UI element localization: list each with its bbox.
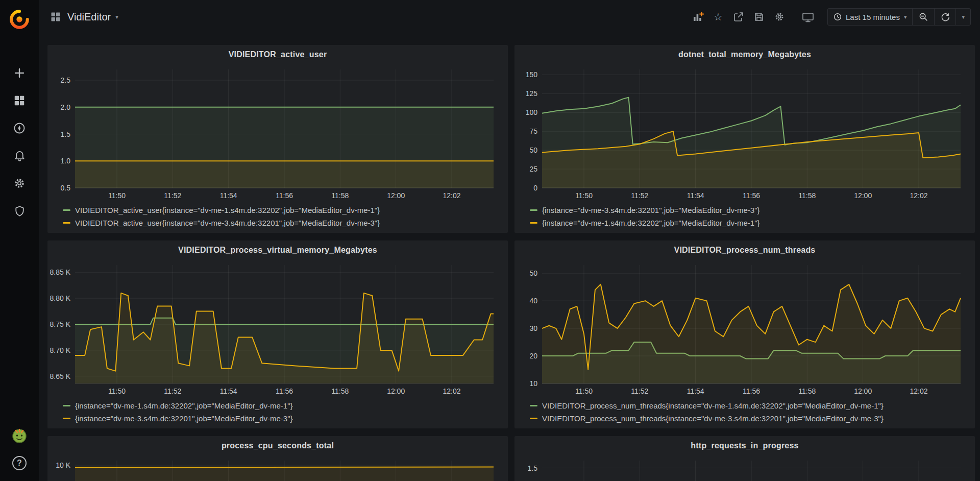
sidebar-item-dashboards[interactable]: [0, 87, 39, 114]
svg-text:11:52: 11:52: [164, 387, 181, 395]
dashboard-title-dropdown[interactable]: VidiEditor ▾: [67, 11, 118, 23]
svg-text:12:00: 12:00: [387, 191, 405, 200]
svg-text:125: 125: [526, 89, 538, 98]
svg-text:12:02: 12:02: [443, 191, 460, 200]
navbar-right: ☆: [689, 8, 971, 26]
dashboard-grid-icon: [51, 12, 60, 21]
time-series-chart[interactable]: 11:5011:5211:5411:5611:5812:0012:028.65 …: [47, 260, 508, 398]
top-navbar: VidiEditor ▾ ☆: [39, 0, 980, 34]
legend-item[interactable]: VIDIEDITOR_process_num_threads{instance=…: [530, 412, 975, 425]
sidebar-item-explore[interactable]: [0, 114, 39, 142]
star-dashboard-button[interactable]: ☆: [709, 8, 727, 26]
svg-text:50: 50: [529, 146, 537, 154]
avatar-icon: [11, 427, 28, 444]
save-dashboard-button[interactable]: [750, 8, 768, 26]
chevron-down-icon: ▾: [962, 14, 965, 20]
svg-text:11:58: 11:58: [331, 387, 349, 395]
sidebar-item-server-admin[interactable]: [0, 197, 39, 225]
refresh-icon: [940, 12, 950, 22]
zoom-out-button[interactable]: [913, 9, 935, 25]
svg-text:10 K: 10 K: [56, 461, 70, 469]
sidebar-item-configuration[interactable]: [0, 170, 39, 197]
legend: VIDIEDITOR_process_num_threads{instance=…: [514, 398, 975, 425]
svg-text:75: 75: [529, 127, 537, 135]
dashboard-grid: VIDIEDITOR_active_user 11:5011:5211:5411…: [39, 34, 980, 481]
panel-num-threads: VIDIEDITOR_process_num_threads 11:5011:5…: [514, 240, 975, 428]
svg-text:8.65 K: 8.65 K: [50, 372, 71, 380]
grafana-logo-icon[interactable]: [0, 0, 39, 39]
svg-text:11:58: 11:58: [331, 191, 349, 200]
panel-title[interactable]: VIDIEDITOR_active_user: [47, 45, 508, 64]
svg-text:11:52: 11:52: [631, 191, 648, 200]
legend: VIDIEDITOR_active_user{instance="dv-me-1…: [47, 202, 508, 229]
panel-title[interactable]: process_cpu_seconds_total: [47, 436, 508, 455]
refresh-interval-dropdown[interactable]: ▾: [956, 9, 970, 25]
legend-item[interactable]: {instance="dv-me-3.s4m.de:32201",job="Me…: [530, 204, 975, 217]
refresh-button[interactable]: [935, 9, 956, 25]
svg-text:11:56: 11:56: [743, 191, 760, 200]
legend-item[interactable]: {instance="dv-me-1.s4m.de:32202",job="Me…: [530, 217, 975, 229]
add-panel-button[interactable]: [689, 8, 707, 26]
add-panel-icon: [692, 11, 704, 22]
svg-text:11:58: 11:58: [798, 387, 816, 395]
legend-item[interactable]: {instance="dv-me-3.s4m.de:32201",job="Me…: [63, 412, 508, 425]
svg-text:1.0: 1.0: [61, 157, 71, 165]
series-color-swatch: [63, 222, 70, 224]
legend-label: {instance="dv-me-3.s4m.de:32201",job="Me…: [542, 206, 760, 214]
legend-label: VIDIEDITOR_process_num_threads{instance=…: [542, 401, 884, 410]
legend-label: VIDIEDITOR_active_user{instance="dv-me-1…: [75, 206, 380, 214]
cycle-view-button[interactable]: [799, 8, 817, 26]
clock-icon: [834, 13, 842, 21]
series-color-swatch: [63, 405, 70, 406]
svg-text:20: 20: [529, 352, 537, 360]
time-series-chart[interactable]: 11:5011:5211:5411:5611:5812:0012:0210203…: [514, 260, 975, 398]
time-series-chart[interactable]: 11:5011:5211:5411:5611:5812:0012:020.51.…: [47, 64, 508, 202]
svg-text:10: 10: [529, 379, 537, 388]
legend-item[interactable]: VIDIEDITOR_process_num_threads{instance=…: [530, 399, 975, 412]
svg-text:40: 40: [529, 297, 537, 305]
time-series-chart[interactable]: 11:5011:5211:5411:5611:5812:0012:0210 K: [47, 455, 508, 481]
share-dashboard-button[interactable]: [729, 8, 748, 26]
series-color-swatch: [63, 209, 70, 211]
explore-compass-icon: [13, 122, 26, 135]
dashboards-grid-icon: [13, 94, 26, 107]
help-question-icon: ?: [12, 456, 27, 470]
panel-active-user: VIDIEDITOR_active_user 11:5011:5211:5411…: [47, 45, 508, 233]
navbar-left: VidiEditor ▾: [51, 11, 118, 23]
panel-virtual-memory: VIDIEDITOR_process_virtual_memory_Megaby…: [47, 240, 508, 428]
series-color-swatch: [530, 209, 537, 211]
sidebar-item-create[interactable]: [0, 59, 39, 87]
legend-label: VIDIEDITOR_process_num_threads{instance=…: [542, 414, 884, 423]
time-series-chart[interactable]: 11:5011:5211:5411:5611:5812:0012:021.5: [514, 455, 975, 481]
time-range-picker[interactable]: Last 15 minutes ▾: [828, 9, 913, 25]
time-series-chart[interactable]: 11:5011:5211:5411:5611:5812:0012:0202550…: [514, 64, 975, 202]
magnifier-minus-icon: [918, 12, 928, 22]
series-color-swatch: [530, 405, 537, 406]
svg-text:11:50: 11:50: [108, 191, 126, 200]
legend-item[interactable]: VIDIEDITOR_active_user{instance="dv-me-1…: [63, 204, 508, 217]
svg-text:11:50: 11:50: [575, 387, 593, 395]
svg-text:30: 30: [529, 324, 537, 332]
svg-text:1.5: 1.5: [61, 130, 71, 138]
legend-item[interactable]: {instance="dv-me-1.s4m.de:32202",job="Me…: [63, 399, 508, 412]
svg-text:11:54: 11:54: [220, 387, 237, 395]
sidebar-item-help[interactable]: ?: [0, 449, 39, 477]
legend-item[interactable]: VIDIEDITOR_active_user{instance="dv-me-3…: [63, 217, 508, 229]
svg-text:11:52: 11:52: [631, 387, 648, 395]
gear-icon: [774, 11, 785, 22]
legend-label: {instance="dv-me-3.s4m.de:32201",job="Me…: [75, 414, 293, 423]
panel-title[interactable]: http_requests_in_progress: [514, 436, 975, 455]
sidebar-item-alerting[interactable]: [0, 142, 39, 170]
time-controls-group: Last 15 minutes ▾ ▾: [827, 8, 971, 26]
svg-text:11:54: 11:54: [220, 191, 237, 200]
panel-dotnet-memory: dotnet_total_memory_Megabytes 11:5011:52…: [514, 45, 975, 233]
panel-title[interactable]: VIDIEDITOR_process_virtual_memory_Megaby…: [47, 240, 508, 260]
panel-http-requests: http_requests_in_progress 11:5011:5211:5…: [514, 436, 975, 481]
svg-text:2.0: 2.0: [61, 103, 71, 111]
svg-text:0: 0: [533, 184, 537, 192]
panel-title[interactable]: VIDIEDITOR_process_num_threads: [514, 240, 975, 260]
dashboard-settings-button[interactable]: [770, 8, 789, 26]
svg-text:100: 100: [526, 108, 538, 116]
user-avatar[interactable]: [0, 422, 39, 449]
panel-title[interactable]: dotnet_total_memory_Megabytes: [514, 45, 975, 64]
